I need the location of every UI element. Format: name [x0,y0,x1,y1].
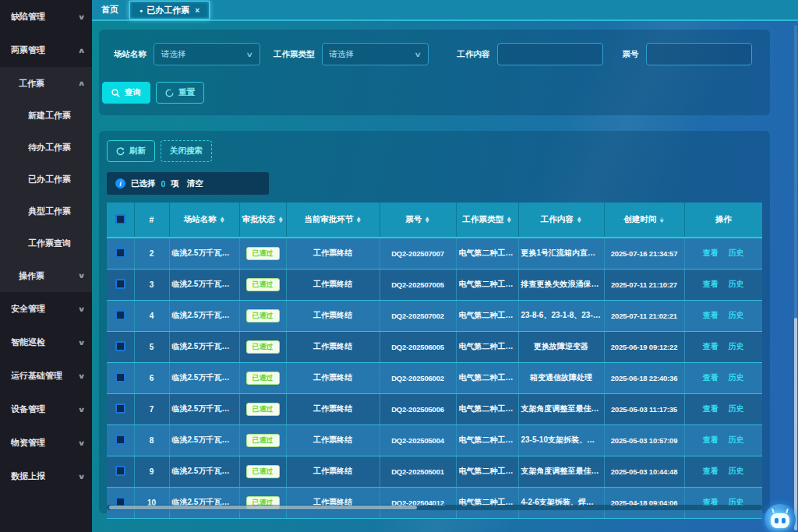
sidebar-item[interactable]: 数据上报 ∨ [0,460,92,493]
sidebar-item[interactable]: 智能巡检 ∨ [0,326,92,359]
sidebar-item[interactable]: 工作票 ∧ [0,67,92,100]
created-time-cell: 2025-05-03 10:44:48 [604,456,684,487]
sort-icon[interactable]: ▲▼ [425,217,429,224]
station-name-select[interactable]: 请选择 ∨ [154,43,260,65]
history-link[interactable]: 历史 [729,435,744,444]
sidebar-item[interactable]: 缺陷管理 ∨ [0,0,92,33]
clear-selection-button[interactable]: 清空 [187,178,203,189]
history-link[interactable]: 历史 [729,248,744,257]
view-link[interactable]: 查看 [703,248,719,257]
robot-assistant-button[interactable] [764,504,796,532]
station-name-cell: 临洮2.5万千瓦光伏电... [169,425,239,456]
sort-icon[interactable]: ▲▼ [278,217,283,224]
actions-cell: 查看 历史 [684,362,762,393]
query-button[interactable]: 查询 [102,82,150,104]
chevron-down-icon: ∨ [246,51,254,58]
created-time-cell: 2025-04-18 09:04:06 [604,487,684,518]
history-link[interactable]: 历史 [729,404,744,413]
ticket-type-select[interactable]: 请选择 ∨ [322,43,429,65]
selection-bar: i 已选择 0 项 清空 [107,172,269,195]
created-time-cell: 2025-06-19 09:12:22 [604,331,684,362]
column-header[interactable]: 票号▲▼ [380,203,456,238]
row-checkbox[interactable] [115,372,125,382]
vertical-scrollbar-thumb[interactable] [794,318,797,530]
view-link[interactable]: 查看 [703,467,719,475]
horizontal-scrollbar-thumb[interactable] [109,506,417,509]
sidebar-item[interactable]: 已办工作票 [0,164,92,196]
sidebar-item-label: 智能巡检 [11,336,45,348]
work-content-cell: 更换1号汇流箱内直流断... [518,238,604,269]
view-link[interactable]: 查看 [703,435,719,444]
chevron-icon: ∧ [77,79,85,87]
work-content-label: 工作内容 [457,49,490,60]
sidebar-item[interactable]: 安全管理 ∨ [0,292,92,326]
sidebar-item[interactable]: 工作票查询 [0,227,92,259]
row-checkbox[interactable] [115,435,125,445]
created-time-cell: 2025-07-11 21:02:21 [604,300,684,331]
sidebar-item[interactable]: 操作票 ∨ [0,259,92,292]
view-link[interactable]: 查看 [703,342,719,351]
history-link[interactable]: 历史 [729,280,744,288]
sidebar-item[interactable]: 物资管理 ∨ [0,426,92,460]
sidebar-item-label: 设备管理 [11,403,45,415]
row-number: 6 [134,362,169,393]
row-checkbox[interactable] [115,341,125,351]
row-checkbox[interactable] [115,310,125,320]
refresh-button[interactable]: 刷新 [107,140,155,162]
column-header[interactable]: 创建时间▲▼ [604,203,684,238]
column-header[interactable]: 当前审批环节▲▼ [286,203,380,238]
column-header-label: 审批状态 [242,214,275,224]
main-area: ● 首页 × ● 已办工作票 × 场站名称 请选择 ∨ [92,0,798,532]
work-content-cell: 4-2-6支架拆装、焊接、... [518,487,604,518]
row-checkbox[interactable] [115,466,125,476]
sidebar-item[interactable]: 待办工作票 [0,132,92,164]
sort-icon[interactable]: ▲▼ [577,217,581,224]
tab[interactable]: ● 已办工作票 × [129,1,210,19]
column-header[interactable]: 操作▲▼ [684,203,762,238]
sort-icon[interactable]: ▲▼ [659,217,664,224]
history-link[interactable]: 历史 [729,373,744,382]
row-checkbox[interactable] [115,248,125,258]
column-header-label: 工作内容 [541,214,574,224]
vertical-scrollbar[interactable] [794,25,797,530]
history-link[interactable]: 历史 [729,467,744,475]
reset-button[interactable]: 重置 [156,82,204,104]
ticket-no-input[interactable] [646,43,752,65]
sidebar-item[interactable]: 典型工作票 [0,196,92,227]
row-number: 3 [134,269,169,300]
column-header[interactable]: 工作票类型▲▼ [456,203,518,238]
column-header[interactable]: 审批状态▲▼ [239,203,286,238]
sidebar-item[interactable]: 新建工作票 [0,100,92,132]
sidebar-item[interactable]: 运行基础管理 ∨ [0,359,92,393]
close-icon[interactable]: × [195,6,200,15]
row-checkbox[interactable] [115,403,125,414]
work-content-cell: 23-8-6、23-1-8、23-1-9... [518,300,604,331]
column-header[interactable]: #▲▼ [134,203,169,238]
work-content-input[interactable] [497,43,603,65]
history-link[interactable]: 历史 [729,342,744,351]
history-link[interactable]: 历史 [729,311,744,319]
ticket-type-cell: 电气第二种工作票 [456,362,518,393]
view-link[interactable]: 查看 [703,311,719,319]
view-link[interactable]: 查看 [703,280,719,288]
table-row: 3 临洮2.5万千瓦光伏电... 已通过 工作票终结 DQ2-202507005… [107,269,762,300]
view-link[interactable]: 查看 [703,373,719,382]
column-header[interactable]: 工作内容▲▼ [518,203,604,238]
view-link[interactable]: 查看 [703,404,719,413]
sort-icon[interactable]: ▲▼ [220,217,224,224]
select-all-checkbox[interactable] [115,214,125,224]
sidebar-item[interactable]: 设备管理 ∨ [0,393,92,426]
horizontal-scrollbar[interactable] [107,505,762,510]
row-select-cell [107,487,134,518]
column-header[interactable]: 场站名称▲▼ [169,203,239,238]
tab[interactable]: ● 首页 × [92,0,128,19]
row-checkbox[interactable] [115,279,125,289]
table-row: 7 临洮2.5万千瓦光伏电... 已通过 工作票终结 DQ2-202505006… [107,393,762,425]
sort-icon[interactable]: ▲▼ [507,217,511,224]
row-select-cell [107,269,134,300]
actions-cell: 查看 历史 [684,300,762,331]
created-time-cell: 2025-07-11 21:10:27 [604,269,684,300]
close-search-button[interactable]: 关闭搜索 [161,140,212,162]
sidebar-item[interactable]: 两票管理 ∧ [0,33,92,67]
sort-icon[interactable]: ▲▼ [356,217,361,224]
